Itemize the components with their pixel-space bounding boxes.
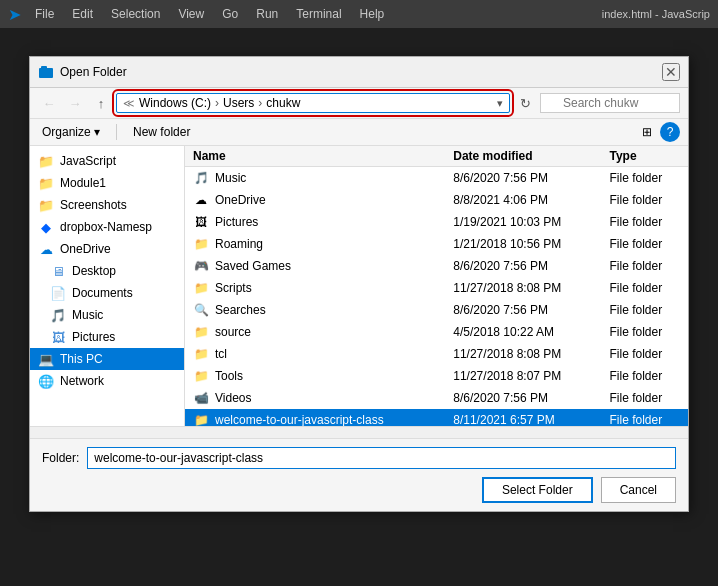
dialog-titlebar: Open Folder ✕ [30,57,688,88]
file-icon: 📁 [193,324,209,340]
file-name: Music [215,171,246,185]
view-button[interactable]: ⊞ [638,123,656,141]
table-row[interactable]: 📹 Videos 8/6/2020 7:56 PM File folder [185,387,688,409]
left-label-desktop: Desktop [72,264,116,278]
new-folder-button[interactable]: New folder [129,123,194,141]
dropbox-icon: ◆ [38,219,54,235]
close-button[interactable]: ✕ [662,63,680,81]
menu-help[interactable]: Help [352,3,393,25]
menu-edit[interactable]: Edit [64,3,101,25]
table-row[interactable]: 📁 Roaming 1/21/2018 10:56 PM File folder [185,233,688,255]
search-input[interactable] [540,93,680,113]
left-item-desktop[interactable]: 🖥 Desktop [30,260,184,282]
right-panel: Name Date modified Type 🎵 Music 8/6/2020… [185,146,688,426]
menu-file[interactable]: File [27,3,62,25]
svg-rect-1 [41,66,47,69]
file-name: tcl [215,347,227,361]
menu-run[interactable]: Run [248,3,286,25]
table-row[interactable]: 📁 tcl 11/27/2018 8:08 PM File folder [185,343,688,365]
toolbar-right: ⊞ ? [638,122,680,142]
folder-icon-module1: 📁 [38,175,54,191]
breadcrumb[interactable]: ≪ Windows (C:) › Users › chukw ▾ [116,93,510,113]
left-label-onedrive: OneDrive [60,242,111,256]
file-name: source [215,325,251,339]
left-item-documents[interactable]: 📄 Documents [30,282,184,304]
file-date: 11/27/2018 8:08 PM [445,343,601,365]
file-type: File folder [602,277,689,299]
table-row[interactable]: 📁 Scripts 11/27/2018 8:08 PM File folder [185,277,688,299]
button-row: Select Folder Cancel [42,477,676,503]
organize-button[interactable]: Organize ▾ [38,123,104,141]
left-item-module1[interactable]: 📁 Module1 [30,172,184,194]
col-type[interactable]: Type [602,146,689,167]
table-row[interactable]: ☁ OneDrive 8/8/2021 4:06 PM File folder [185,189,688,211]
file-name: Saved Games [215,259,291,273]
file-name: Videos [215,391,251,405]
forward-button[interactable]: → [64,92,86,114]
vscode-menubar: ➤ File Edit Selection View Go Run Termin… [0,0,718,28]
table-row[interactable]: 📁 welcome-to-our-javascript-class 8/11/2… [185,409,688,426]
file-type: File folder [602,365,689,387]
breadcrumb-drive[interactable]: Windows (C:) [139,96,211,110]
table-row[interactable]: 🎮 Saved Games 8/6/2020 7:56 PM File fold… [185,255,688,277]
left-item-onedrive[interactable]: ☁ OneDrive [30,238,184,260]
file-name: Scripts [215,281,252,295]
select-folder-button[interactable]: Select Folder [482,477,593,503]
table-row[interactable]: 🔍 Searches 8/6/2020 7:56 PM File folder [185,299,688,321]
left-item-network[interactable]: 🌐 Network [30,370,184,392]
menu-go[interactable]: Go [214,3,246,25]
dialog-title-icon [38,64,54,80]
left-item-pictures[interactable]: 🖼 Pictures [30,326,184,348]
vscode-title: index.html - JavaScrip [602,8,710,20]
file-type: File folder [602,409,689,426]
menu-terminal[interactable]: Terminal [288,3,349,25]
left-item-music[interactable]: 🎵 Music [30,304,184,326]
file-icon: 📁 [193,412,209,426]
file-type: File folder [602,167,689,190]
file-name: Roaming [215,237,263,251]
up-button[interactable]: ↑ [90,92,112,114]
cancel-button[interactable]: Cancel [601,477,676,503]
left-label-thispc: This PC [60,352,103,366]
file-icon: 📁 [193,346,209,362]
col-name[interactable]: Name [185,146,445,167]
file-name: welcome-to-our-javascript-class [215,413,384,426]
file-date: 4/5/2018 10:22 AM [445,321,601,343]
thispc-icon: 💻 [38,351,54,367]
table-row[interactable]: 🖼 Pictures 1/19/2021 10:03 PM File folde… [185,211,688,233]
breadcrumb-dropdown-icon[interactable]: ▾ [497,97,503,110]
table-row[interactable]: 📁 source 4/5/2018 10:22 AM File folder [185,321,688,343]
left-item-javascript[interactable]: 📁 JavaScript [30,150,184,172]
file-date: 8/6/2020 7:56 PM [445,299,601,321]
file-type: File folder [602,299,689,321]
network-icon: 🌐 [38,373,54,389]
left-item-dropbox[interactable]: ◆ dropbox-Namesp [30,216,184,238]
left-item-screenshots[interactable]: 📁 Screenshots [30,194,184,216]
breadcrumb-user[interactable]: chukw [266,96,300,110]
left-label-music: Music [72,308,103,322]
menu-selection[interactable]: Selection [103,3,168,25]
left-label-javascript: JavaScript [60,154,116,168]
table-row[interactable]: 🎵 Music 8/6/2020 7:56 PM File folder [185,167,688,190]
back-button[interactable]: ← [38,92,60,114]
table-row[interactable]: 📁 Tools 11/27/2018 8:07 PM File folder [185,365,688,387]
horizontal-scrollbar[interactable] [30,426,688,438]
breadcrumb-users[interactable]: Users [223,96,254,110]
folder-input[interactable] [87,447,676,469]
menu-view[interactable]: View [170,3,212,25]
folder-icon-music: 🎵 [50,307,66,323]
left-label-pictures: Pictures [72,330,115,344]
file-date: 8/6/2020 7:56 PM [445,167,601,190]
file-type: File folder [602,343,689,365]
file-type: File folder [602,387,689,409]
help-button[interactable]: ? [660,122,680,142]
folder-label: Folder: [42,451,79,465]
folder-icon-javascript: 📁 [38,153,54,169]
refresh-button[interactable]: ↻ [514,92,536,114]
col-date[interactable]: Date modified [445,146,601,167]
main-area: 📁 JavaScript 📁 Module1 📁 Screenshots ◆ d… [30,146,688,426]
file-name: Searches [215,303,266,317]
file-date: 11/27/2018 8:08 PM [445,277,601,299]
left-item-thispc[interactable]: 💻 This PC [30,348,184,370]
breadcrumb-back-arrows: ≪ [123,97,135,110]
